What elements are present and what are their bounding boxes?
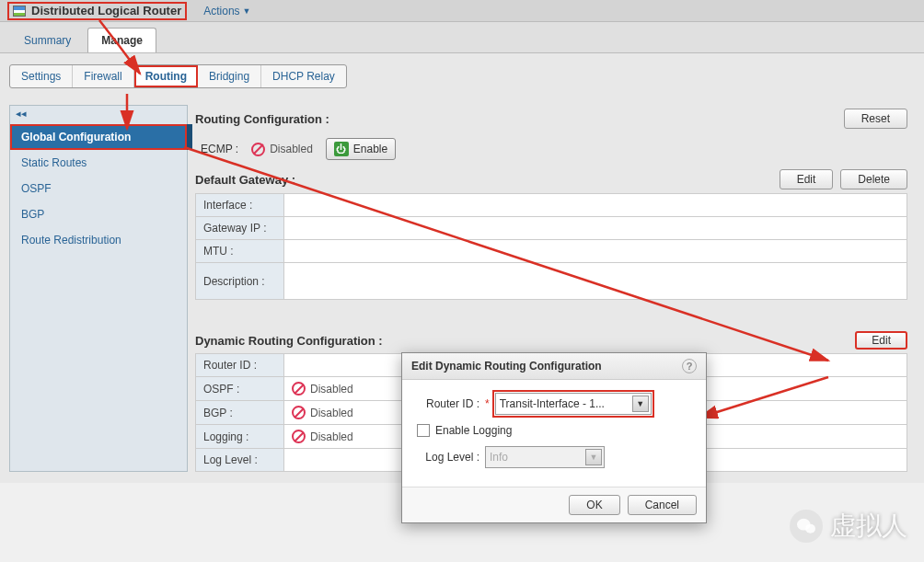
gw-interface-value bbox=[284, 194, 907, 217]
sidebar-item-global-config[interactable]: Global Configuration bbox=[10, 124, 187, 150]
subtab-bridging[interactable]: Bridging bbox=[198, 65, 261, 87]
dyn-ospf-label: OSPF : bbox=[196, 377, 284, 401]
dialog-footer: OK Cancel bbox=[402, 487, 706, 522]
tab-summary[interactable]: Summary bbox=[11, 29, 84, 52]
table-row: MTU : bbox=[196, 240, 907, 263]
default-gateway-title: Default Gateway : bbox=[195, 173, 295, 187]
router-id-row: Router ID : * Transit-Interface - 1... ▼ bbox=[415, 393, 693, 415]
gateway-buttons: Edit Delete bbox=[780, 169, 907, 189]
edit-gateway-button[interactable]: Edit bbox=[780, 169, 834, 189]
default-gateway-header: Default Gateway : Edit Delete bbox=[195, 166, 907, 193]
dyn-logging-label: Logging : bbox=[196, 425, 284, 449]
edit-dynamic-routing-dialog: Edit Dynamic Routing Configuration ? Rou… bbox=[401, 352, 707, 523]
page-title-container: Distributed Logical Router bbox=[7, 2, 187, 20]
required-star-icon: * bbox=[485, 397, 490, 410]
chevron-down-icon: ▼ bbox=[585, 449, 602, 465]
enable-logging-row: Enable Logging bbox=[415, 424, 693, 437]
dialog-title-bar[interactable]: Edit Dynamic Routing Configuration ? bbox=[402, 353, 706, 380]
actions-label: Actions bbox=[203, 5, 239, 17]
sidebar-item-label: Route Redistribution bbox=[21, 234, 121, 247]
ecmp-disabled-text: Disabled bbox=[270, 143, 313, 155]
subtab-firewall[interactable]: Firewall bbox=[73, 65, 133, 87]
disabled-icon bbox=[251, 143, 265, 156]
dynamic-routing-title: Dynamic Routing Configuration : bbox=[195, 334, 383, 348]
gw-mtu-value bbox=[284, 240, 907, 263]
sidebar-item-ospf[interactable]: OSPF bbox=[10, 176, 187, 201]
router-icon bbox=[13, 6, 26, 17]
routing-config-header: Routing Configuration : Reset bbox=[195, 105, 907, 132]
gw-interface-label: Interface : bbox=[196, 194, 284, 217]
log-level-value: Info bbox=[490, 451, 508, 464]
gw-ip-label: Gateway IP : bbox=[196, 217, 284, 240]
enable-logging-checkbox[interactable] bbox=[417, 424, 430, 437]
log-level-label: Log Level : bbox=[415, 451, 479, 464]
table-row: Gateway IP : bbox=[196, 217, 907, 240]
chevron-down-icon: ▼ bbox=[632, 396, 649, 412]
watermark: 虚拟人 bbox=[790, 509, 907, 544]
dynamic-routing-header: Dynamic Routing Configuration : Edit bbox=[195, 327, 907, 353]
enable-logging-label: Enable Logging bbox=[435, 424, 512, 437]
enable-button[interactable]: ⏻ Enable bbox=[326, 138, 396, 160]
dialog-body: Router ID : * Transit-Interface - 1... ▼… bbox=[402, 380, 706, 487]
dyn-routerid-label: Router ID : bbox=[196, 354, 284, 377]
sidebar-item-label: Static Routes bbox=[21, 156, 87, 169]
watermark-text: 虚拟人 bbox=[830, 509, 907, 544]
delete-gateway-button[interactable]: Delete bbox=[840, 169, 907, 189]
subtab-routing[interactable]: Routing bbox=[134, 65, 198, 87]
gw-desc-label: Description : bbox=[196, 263, 284, 300]
router-id-select[interactable]: Transit-Interface - 1... ▼ bbox=[495, 393, 652, 415]
wechat-icon bbox=[790, 510, 823, 543]
svg-point-1 bbox=[805, 524, 815, 533]
power-icon: ⏻ bbox=[334, 142, 349, 156]
dialog-title: Edit Dynamic Routing Configuration bbox=[411, 360, 602, 373]
table-row: Interface : bbox=[196, 194, 907, 217]
disabled-icon bbox=[292, 406, 306, 419]
chevron-down-icon: ▼ bbox=[243, 6, 251, 16]
ok-button[interactable]: OK bbox=[569, 495, 619, 515]
dyn-bgp-label: BGP : bbox=[196, 401, 284, 425]
router-id-value: Transit-Interface - 1... bbox=[500, 397, 605, 410]
top-tabs: Summary Manage bbox=[0, 22, 924, 53]
help-icon[interactable]: ? bbox=[682, 359, 697, 373]
sidebar-item-label: OSPF bbox=[21, 182, 52, 195]
sub-tabs: Settings Firewall Routing Bridging DHCP … bbox=[9, 64, 347, 88]
ecmp-label: ECMP : bbox=[201, 143, 238, 155]
log-level-row: Log Level : Info ▼ bbox=[415, 446, 693, 468]
dyn-loglevel-label: Log Level : bbox=[196, 449, 284, 472]
page-title: Distributed Logical Router bbox=[31, 4, 181, 17]
enable-label: Enable bbox=[353, 143, 387, 155]
subtab-settings[interactable]: Settings bbox=[10, 65, 73, 87]
actions-menu[interactable]: Actions ▼ bbox=[203, 5, 250, 17]
sidebar-item-route-redistribution[interactable]: Route Redistribution bbox=[10, 227, 187, 253]
title-bar: Distributed Logical Router Actions ▼ bbox=[0, 0, 924, 22]
sidebar-collapse[interactable]: ◂◂ bbox=[10, 106, 187, 124]
gw-ip-value bbox=[284, 217, 907, 240]
cancel-button[interactable]: Cancel bbox=[628, 495, 697, 515]
router-id-label: Router ID : bbox=[415, 397, 479, 410]
sidebar-item-bgp[interactable]: BGP bbox=[10, 201, 187, 227]
gw-desc-value bbox=[284, 263, 907, 300]
ecmp-row: ECMP : Disabled ⏻ Enable bbox=[195, 132, 907, 166]
gw-mtu-label: MTU : bbox=[196, 240, 284, 263]
edit-dynamic-button[interactable]: Edit bbox=[855, 331, 907, 350]
gateway-table: Interface : Gateway IP : MTU : Descripti… bbox=[195, 193, 907, 300]
sidebar-item-static-routes[interactable]: Static Routes bbox=[10, 150, 187, 176]
reset-button[interactable]: Reset bbox=[844, 109, 907, 129]
table-row: Description : bbox=[196, 263, 907, 300]
routing-config-title: Routing Configuration : bbox=[195, 112, 329, 126]
disabled-icon bbox=[292, 382, 306, 396]
sidebar-item-label: BGP bbox=[21, 208, 44, 221]
log-level-select: Info ▼ bbox=[485, 446, 605, 468]
subtab-dhcp-relay[interactable]: DHCP Relay bbox=[261, 65, 346, 87]
ecmp-status: Disabled bbox=[251, 143, 313, 156]
sidebar-item-label: Global Configuration bbox=[21, 131, 131, 143]
sidebar: ◂◂ Global Configuration Static Routes OS… bbox=[9, 105, 188, 472]
tab-manage[interactable]: Manage bbox=[87, 28, 156, 52]
disabled-icon bbox=[292, 430, 306, 443]
